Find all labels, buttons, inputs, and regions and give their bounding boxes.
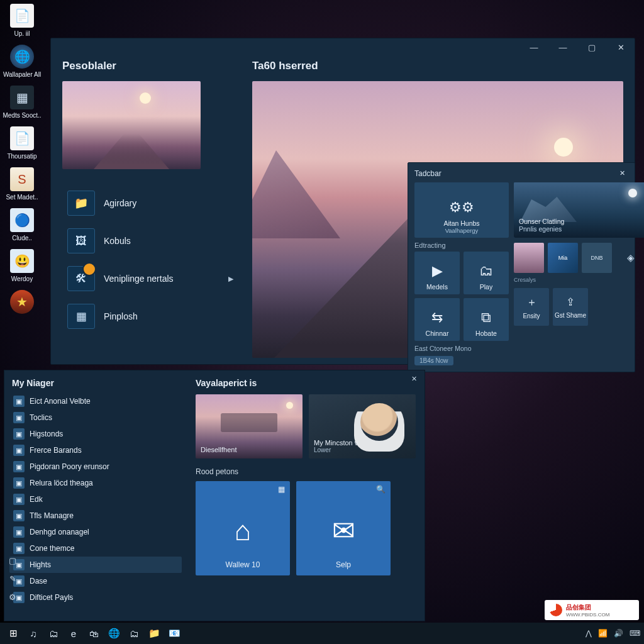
nav-item[interactable]: 🛠 Veniplinge nertals ▶ [62,262,238,295]
desktop-icon[interactable]: 🌐 Wallapaler All [3,45,42,78]
app-icon: ★ [10,290,34,314]
start-item[interactable]: ▣ Frerce Barands [9,442,182,458]
app-icon: ▣ [13,396,25,407]
icon-label: Werdoy [3,275,42,282]
rail-pencil-icon[interactable]: ✎ [9,574,16,584]
start-item[interactable]: ▣ Cone themce [9,540,182,557]
tile-label: Gst Shame [555,312,586,319]
icon-label: Wallapaler All [3,71,42,78]
start-item[interactable]: ▣ Pigdoran Poory erunsor [9,458,182,475]
mini-tile-cresalys[interactable] [514,243,544,273]
start-item-label: Hights [30,560,51,569]
start-item[interactable]: ▣ Relura löcd theaga [9,475,182,491]
start-button[interactable]: ⊞ [4,625,23,642]
nav-item[interactable]: 📁 Agirdary [62,187,238,219]
tile-ounser-clatling[interactable]: Ounser Clatling Pnnlis egenies [514,182,644,238]
now-pill[interactable]: 1B4s Now [414,356,453,365]
tile-label: Wallew 10 [226,560,260,569]
start-item[interactable]: ▣ Tfls Managre [9,508,182,524]
desktop-icon[interactable]: 🔵 Clude.. [3,208,42,242]
start-item[interactable]: ▣ Dase [9,573,182,589]
tadcbar-close-button[interactable]: ✕ [616,168,628,179]
tile-icon: ⇆ [431,309,443,326]
tray-icon[interactable]: 🔊 [614,629,623,638]
start-item[interactable]: ▣ Hights [9,557,182,573]
taskbar-app[interactable]: ♫ [24,625,43,642]
icon-label: Medts Sooct.. [3,112,42,119]
watermark-logo-icon [550,604,562,616]
group-label: Rood petons [196,467,416,476]
tray-icon[interactable]: ⌨ [630,629,640,638]
tile-label: Selp [336,560,351,569]
nav-icon: 🛠 [67,266,95,291]
maximize-button[interactable]: ▢ [584,40,599,55]
taskbar-app[interactable]: 🗂 [125,625,143,642]
desktop-icon[interactable]: ★ [3,290,42,314]
tile-wallew 10[interactable]: ▦ ⌂ Wallew 10 [196,481,290,575]
mini-tile-dnb[interactable]: DNB [582,243,612,273]
tile-ensity[interactable]: ＋ Ensity [514,288,549,326]
taskbar-app[interactable]: 🌐 [104,625,123,642]
rail-gear-icon[interactable]: ⚙ [9,592,16,602]
rail-box-icon[interactable]: ▢ [9,556,16,565]
tile-chinnar[interactable]: ⇆ Chinnar [414,298,460,341]
tile-gst shame[interactable]: ⇪ Gst Shame [553,288,588,326]
mini-tile-mia[interactable]: Mia [548,243,578,273]
desktop-icon[interactable]: 😃 Werdoy [3,249,42,282]
tile-medels[interactable]: ▶ Medels [414,252,460,294]
app-icon: ▣ [13,445,25,456]
taskbar-app[interactable]: 📧 [165,625,184,642]
tile-diesellfhent[interactable]: Diesellfhent [196,394,303,458]
start-item[interactable]: ▣ Higstonds [9,426,182,442]
footer-link[interactable]: East Ctoneer Mono [414,345,471,352]
tile-selp[interactable]: 🔍 ✉ Selp [296,481,391,575]
start-item[interactable]: ▣ Eict Anonal Velbte [9,393,182,409]
start-close-button[interactable]: ✕ [408,373,421,385]
desktop-icon[interactable]: 📄 Up. iil [3,4,42,37]
app-icon: ▣ [13,477,25,489]
mini-tile-more[interactable]: ◈ [616,243,644,273]
minimize-button[interactable]: — [526,40,541,55]
nav-item[interactable]: ▦ Pinplosh [62,300,238,333]
start-item-label: Toclics [30,413,52,422]
start-item-label: Cone themce [30,544,74,553]
tile-aitan-hunbs[interactable]: ⚙⚙ Aitan Hunbs Vaalhapergy [414,182,509,238]
tile-label: Hobate [475,330,497,337]
start-item-label: Eict Anonal Velbte [30,397,91,406]
start-item[interactable]: ▣ Edk [9,491,182,508]
desktop-icon[interactable]: S Set Madet.. [3,167,42,201]
nav-label: Pinplosh [104,311,138,321]
app-icon: ▣ [13,412,25,423]
tile-label: Ensity [523,313,540,319]
taskbar-app[interactable]: e [64,625,83,642]
tile-icon: 🗂 [479,263,493,279]
system-tray: ⋀📶🔊⌨ [586,629,640,638]
start-item[interactable]: ▣ Denhgd onanagel [9,524,182,540]
desktop-icon[interactable]: ▦ Medts Sooct.. [3,86,42,119]
nav-item[interactable]: 🖼 Kobuls [62,225,238,257]
tile-play[interactable]: 🗂 Play [464,252,509,294]
tray-icon[interactable]: 📶 [598,629,608,638]
tray-icon[interactable]: ⋀ [586,629,592,638]
taskbar-app[interactable]: 🗂 [44,625,63,642]
minimize2-button[interactable]: — [555,40,570,55]
desktop-icon[interactable]: 📄 Thoursatip [3,126,42,160]
icon-label: Up. iil [3,30,42,37]
wallpaper-thumbnail[interactable] [62,81,201,169]
tile-my-mincston[interactable]: My Mincston v. Lower [309,394,416,458]
corner-icon: 🔍 [376,485,386,494]
start-item[interactable]: ▣ Difticet Payls [9,589,182,606]
app-icon: 😃 [10,249,34,273]
app-icon: ▣ [13,510,25,521]
taskbar-app[interactable]: 🛍 [84,625,103,642]
start-item-label: Pigdoran Poory erunsor [30,462,109,471]
taskbar-app[interactable]: 📁 [145,625,164,642]
tile-icon: ⇪ [566,296,575,309]
tile-icon: ⌂ [235,515,252,547]
chevron-right-icon: ▶ [228,275,233,283]
tile-hobate[interactable]: ⧉ Hobate [464,298,509,341]
taskbar: ⊞♫🗂e🛍🌐🗂📁📧 ⋀📶🔊⌨ [0,623,644,644]
start-item[interactable]: ▣ Toclics [9,409,182,426]
close-button[interactable]: ✕ [613,40,628,55]
app-icon: 📄 [10,4,34,28]
